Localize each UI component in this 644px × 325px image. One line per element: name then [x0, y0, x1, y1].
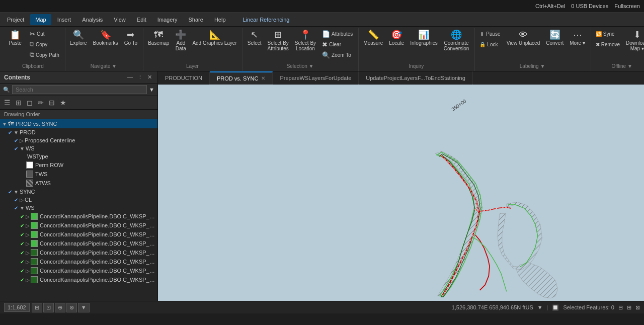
menu-analysis[interactable]: Analysis: [77, 14, 108, 25]
clear-button[interactable]: ✖ Clear: [319, 39, 355, 49]
coord-dropdown[interactable]: ▼: [537, 304, 543, 310]
layer-label: ConcordKannapolisPipeline.DBO.C_WKSP_PER…: [40, 277, 155, 283]
copy-button[interactable]: ⧉ Copy: [27, 39, 62, 49]
remove-button[interactable]: ✖ Remove: [593, 39, 622, 49]
filter-icon: ▼: [149, 87, 154, 93]
select-button[interactable]: ↖ Select: [245, 29, 264, 47]
sync-button[interactable]: 🔁 Sync: [593, 29, 622, 39]
layer-perm-ph1[interactable]: ✔ ▷ ConcordKannapolisPipeline.DBO.C_WKSP…: [0, 275, 157, 284]
contents-options-btn[interactable]: ⋮: [136, 73, 144, 81]
add-graphics-layer-button[interactable]: 📐 Add Graphics Layer: [190, 29, 239, 47]
measure-button[interactable]: 📏 Measure: [361, 29, 385, 47]
layer-tws[interactable]: TWS: [0, 170, 157, 179]
arrow-icon: ▷: [26, 214, 30, 219]
statusbar-left: 1:1,602 ⊞ ⊡ ⊕ ⊗ ▼: [4, 303, 90, 312]
map-canvas[interactable]: 350+00 360+00: [158, 85, 644, 301]
layer-toolbar: ☰ ⊞ ◻ ✏ ⊟ ★: [0, 96, 157, 110]
explore-button[interactable]: 🔍 Explore: [67, 29, 90, 47]
ribbon-group-labeling: ⏸ Pause 🔒 Lock 👁 View Unplaced 🔄 Convert…: [475, 28, 591, 71]
swatch-ph3: [31, 222, 38, 229]
layer-atws[interactable]: ATWS: [0, 179, 157, 188]
add-data-button[interactable]: ➕ AddData: [173, 29, 189, 53]
infographics-button[interactable]: 📊 Infographics: [408, 29, 440, 47]
basemap-button[interactable]: 🗺 Basemap: [145, 29, 172, 47]
view-mode-btn1[interactable]: ⊟: [618, 304, 623, 311]
layer-cl[interactable]: ✔ ▷ CL: [0, 196, 157, 204]
cut-button[interactable]: ✂ Cut: [27, 29, 62, 39]
labeling-label: Labeling ▼: [477, 62, 587, 70]
tab-prod-vs-sync-close[interactable]: ✕: [261, 75, 265, 81]
layer-tool-edit[interactable]: ✏: [36, 98, 46, 108]
select-by-location-button[interactable]: 📍 Select ByLocation: [292, 29, 318, 53]
menu-insert[interactable]: Insert: [52, 14, 76, 25]
layer-ws[interactable]: ✔ ▼ WS: [0, 144, 157, 152]
download-map-button[interactable]: ⬇ DownloadMap ▾: [623, 29, 644, 53]
convert-icon: 🔄: [549, 30, 560, 39]
menu-help[interactable]: Help: [209, 14, 231, 25]
layer-prod-group[interactable]: ✔ ▼ PROD: [0, 128, 157, 136]
map-ctrl-btn3[interactable]: ⊕: [55, 303, 65, 312]
locate-button[interactable]: 🎯 Locate: [386, 29, 407, 47]
menu-share[interactable]: Share: [184, 14, 208, 25]
layer-tool-raster[interactable]: ◻: [25, 98, 35, 108]
layer-tool-table[interactable]: ⊟: [47, 98, 57, 108]
copy-path-button[interactable]: ⧉ Copy Path: [27, 50, 62, 60]
layer-perm-row[interactable]: Perm ROW: [0, 160, 157, 170]
layer-tool-group[interactable]: ⊞: [14, 98, 24, 108]
paste-button[interactable]: 📋 Paste: [4, 29, 26, 47]
menu-imagery[interactable]: Imagery: [152, 14, 183, 25]
layer-tool-star[interactable]: ★: [58, 98, 68, 108]
pause-button[interactable]: ⏸ Pause: [477, 29, 503, 39]
layer-wstype[interactable]: WSType: [0, 152, 157, 160]
tab-production[interactable]: PRODUCTION: [158, 71, 210, 85]
scale-display[interactable]: 1:1,602: [4, 303, 30, 312]
map-ctrl-btn4[interactable]: ⊗: [66, 303, 77, 312]
contents-minimize-btn[interactable]: —: [126, 73, 134, 81]
view-mode-btn2[interactable]: ⊞: [627, 304, 631, 311]
layer-ws-sync[interactable]: ✔ ▼ WS: [0, 204, 157, 212]
tab-prepare-ws[interactable]: PrepareWSLayersForUpdate: [273, 71, 359, 85]
layer-tool-list[interactable]: ☰: [2, 98, 13, 108]
menubar: Project Map Insert Analysis View Edit Im…: [0, 13, 644, 27]
view-mode-btn3[interactable]: ⊠: [635, 304, 640, 311]
lock-icon: 🔒: [479, 42, 486, 47]
attributes-button[interactable]: 📄 Attributes: [319, 29, 355, 39]
layer-wksp-temp-ph1[interactable]: ✔ ▷ ConcordKannapolisPipeline.DBO.C_WKSP…: [0, 239, 157, 248]
menu-view[interactable]: View: [109, 14, 131, 25]
download-map-icon: ⬇: [633, 30, 641, 39]
layer-proposed-cl[interactable]: ✔ ▷ Proposed Centerline: [0, 136, 157, 144]
menu-edit[interactable]: Edit: [132, 14, 151, 25]
layer-wksp-temp-ph2[interactable]: ✔ ▷ ConcordKannapolisPipeline.DBO.C_WKSP…: [0, 230, 157, 239]
ribbon-group-inquiry: 📏 Measure 🎯 Locate 📊 Infographics 🌐 Coor…: [359, 28, 475, 71]
layer-sync-group[interactable]: ✔ ▼ SYNC: [0, 188, 157, 196]
goto-button[interactable]: ➡ Go To: [122, 29, 140, 47]
zoom-to-button[interactable]: 🔍 Zoom To: [319, 50, 355, 60]
layer-wksp-temp-ph3[interactable]: ✔ ▷ ConcordKannapolisPipeline.DBO.C_WKSP…: [0, 221, 157, 230]
view-unplaced-button[interactable]: 👁 View Unplaced: [504, 29, 543, 47]
fullscreen-btn[interactable]: Fullscreen: [614, 3, 640, 9]
coordinate-conversion-button[interactable]: 🌐 CoordinateConversion: [441, 29, 472, 53]
select-by-attributes-button[interactable]: ⊞ Select ByAttributes: [265, 29, 291, 53]
layer-perm-ph2[interactable]: ✔ ▷ ConcordKannapolisPipeline.DBO.C_WKSP…: [0, 266, 157, 275]
layer-perm-ph4[interactable]: ✔ ▷ ConcordKannapolisPipeline.DBO.C_WKSP…: [0, 248, 157, 257]
layer-perm-ph3[interactable]: ✔ ▷ ConcordKannapolisPipeline.DBO.C_WKSP…: [0, 257, 157, 266]
tab-update-proj[interactable]: UpdateProjectLayersF...ToEndStationing: [359, 71, 473, 85]
map-ctrl-btn5[interactable]: ▼: [78, 303, 90, 312]
menu-linear-referencing[interactable]: Linear Referencing: [238, 14, 295, 25]
convert-button[interactable]: 🔄 Convert: [543, 29, 566, 47]
swatch-perm1: [31, 276, 38, 283]
arrow-icon: ▷: [26, 241, 30, 247]
more-button[interactable]: ⋯ More ▾: [567, 29, 588, 47]
bookmarks-button[interactable]: 🔖 Bookmarks: [91, 29, 121, 47]
tab-prod-vs-sync[interactable]: PROD vs. SYNC ✕: [210, 71, 273, 85]
map-ctrl-btn1[interactable]: ⊞: [32, 303, 42, 312]
layer-prod-vs-sync[interactable]: ▼ 🗺 PROD vs. SYNC: [0, 119, 157, 128]
layer-wksp-temp-ph4[interactable]: ✔ ▷ ConcordKannapolisPipeline.DBO.C_WKSP…: [0, 212, 157, 221]
contents-close-btn[interactable]: ✕: [146, 73, 153, 81]
map-ctrl-btn2[interactable]: ⊡: [43, 303, 54, 312]
menu-project[interactable]: Project: [2, 14, 29, 25]
arrow-icon: ▼: [20, 205, 25, 211]
search-input[interactable]: [12, 85, 147, 94]
menu-map[interactable]: Map: [30, 14, 51, 25]
lock-button[interactable]: 🔒 Lock: [477, 39, 503, 49]
